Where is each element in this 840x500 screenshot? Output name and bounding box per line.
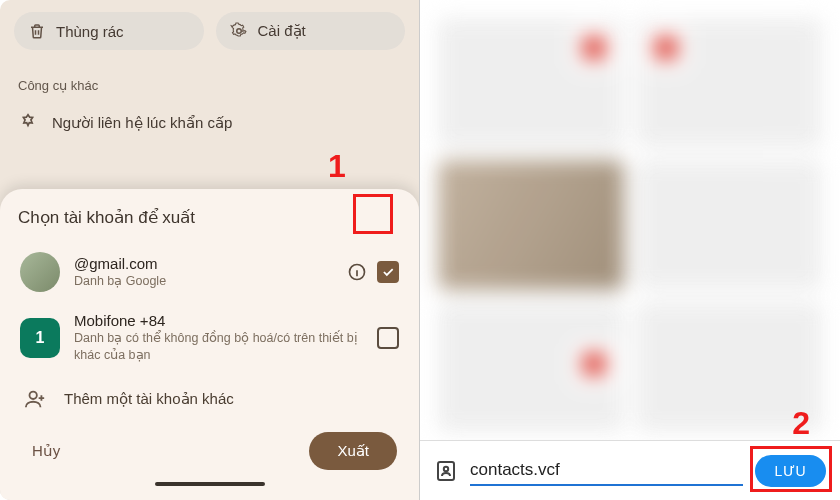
settings-pill[interactable]: Cài đặt bbox=[216, 12, 406, 50]
svg-point-4 bbox=[444, 466, 448, 470]
person-add-icon bbox=[24, 388, 46, 410]
export-button[interactable]: Xuất bbox=[309, 432, 397, 470]
account-row-google[interactable]: @gmail.com Danh bạ Google bbox=[18, 242, 401, 302]
sim-badge: 1 bbox=[20, 318, 60, 358]
export-sheet: Chọn tài khoản để xuất @gmail.com Danh b… bbox=[0, 189, 419, 500]
blurred-gallery bbox=[420, 0, 840, 440]
pill-row: Thùng rác Cài đặt bbox=[0, 0, 419, 62]
medical-icon bbox=[18, 113, 38, 133]
account-sub-sim: Danh bạ có thể không đồng bộ hoá/có trên… bbox=[74, 330, 363, 364]
sheet-title: Chọn tài khoản để xuất bbox=[18, 207, 401, 228]
trash-pill[interactable]: Thùng rác bbox=[14, 12, 204, 50]
emergency-contact-row[interactable]: Người liên hệ lúc khẩn cấp bbox=[0, 103, 419, 143]
trash-label: Thùng rác bbox=[56, 23, 124, 40]
account-text: @gmail.com Danh bạ Google bbox=[74, 255, 333, 290]
account-email: @gmail.com bbox=[74, 255, 333, 272]
account-right-sim bbox=[377, 327, 399, 349]
filename-input[interactable]: contacts.vcf bbox=[470, 456, 743, 486]
add-account-row[interactable]: Thêm một tài khoản khác bbox=[18, 374, 401, 420]
check-icon bbox=[381, 265, 395, 279]
annotation-box-2 bbox=[750, 446, 832, 492]
annotation-num-1: 1 bbox=[328, 148, 346, 185]
left-pane: Thùng rác Cài đặt Công cụ khác Người liê… bbox=[0, 0, 420, 500]
sheet-actions: Hủy Xuất bbox=[18, 420, 401, 472]
contact-file-icon bbox=[434, 459, 458, 483]
account-right bbox=[347, 261, 399, 283]
right-pane: contacts.vcf LƯU 2 bbox=[420, 0, 840, 500]
checkbox-sim[interactable] bbox=[377, 327, 399, 349]
account-sub: Danh bạ Google bbox=[74, 273, 333, 290]
annotation-num-2: 2 bbox=[792, 405, 810, 442]
nav-handle bbox=[155, 482, 265, 486]
emergency-contact-label: Người liên hệ lúc khẩn cấp bbox=[52, 114, 232, 132]
section-other-tools: Công cụ khác bbox=[0, 62, 419, 103]
annotation-box-1 bbox=[353, 194, 393, 234]
account-email-sim: Mobifone +84 bbox=[74, 312, 363, 329]
info-icon[interactable] bbox=[347, 262, 367, 282]
gear-icon bbox=[230, 22, 248, 40]
avatar bbox=[20, 252, 60, 292]
dimmed-background: Thùng rác Cài đặt Công cụ khác Người liê… bbox=[0, 0, 419, 143]
add-account-label: Thêm một tài khoản khác bbox=[64, 390, 234, 408]
settings-label: Cài đặt bbox=[258, 22, 306, 40]
account-text-sim: Mobifone +84 Danh bạ có thể không đồng b… bbox=[74, 312, 363, 364]
svg-point-0 bbox=[236, 29, 241, 34]
trash-icon bbox=[28, 22, 46, 40]
svg-point-2 bbox=[30, 392, 37, 399]
cancel-button[interactable]: Hủy bbox=[22, 434, 70, 468]
account-row-sim[interactable]: 1 Mobifone +84 Danh bạ có thể không đồng… bbox=[18, 302, 401, 374]
checkbox-google[interactable] bbox=[377, 261, 399, 283]
